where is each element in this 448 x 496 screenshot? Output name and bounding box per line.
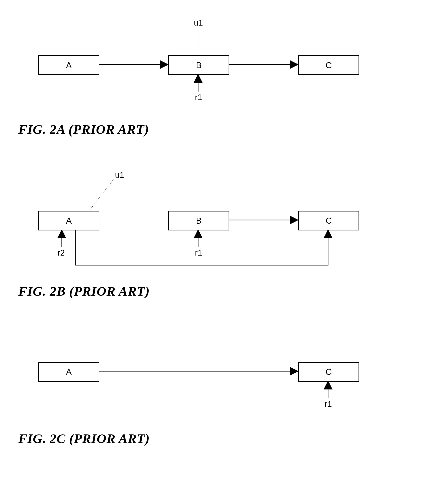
fig2a-label-u1: u1 [194,18,203,28]
svg-line-7 [89,179,114,211]
node-label: B [196,216,202,226]
fig2a-node-A: A [38,55,99,75]
fig2b-node-C: C [298,211,359,231]
fig2a-label-r1: r1 [195,93,202,102]
node-label: B [196,61,202,70]
node-label: C [326,367,332,377]
node-label: A [66,216,72,226]
fig2c-node-C: C [298,362,359,382]
fig2a-node-C: C [298,55,359,75]
fig2b-caption: FIG. 2B (PRIOR ART) [18,284,150,299]
fig2a-caption: FIG. 2A (PRIOR ART) [18,122,149,137]
fig2c-label-r1: r1 [325,400,332,409]
node-label: C [326,216,332,226]
node-label: A [66,367,72,377]
fig2b-label-r2: r2 [58,248,65,258]
fig2b-node-A: A [38,211,99,231]
fig2c-caption: FIG. 2C (PRIOR ART) [18,431,150,446]
node-label: C [326,61,332,70]
fig2b-node-B: B [168,211,229,231]
fig2b-label-u1: u1 [115,170,124,180]
fig2c-node-A: A [38,362,99,382]
fig2b-label-r1: r1 [195,248,202,258]
fig2a-node-B: B [168,55,229,75]
node-label: A [66,61,72,70]
